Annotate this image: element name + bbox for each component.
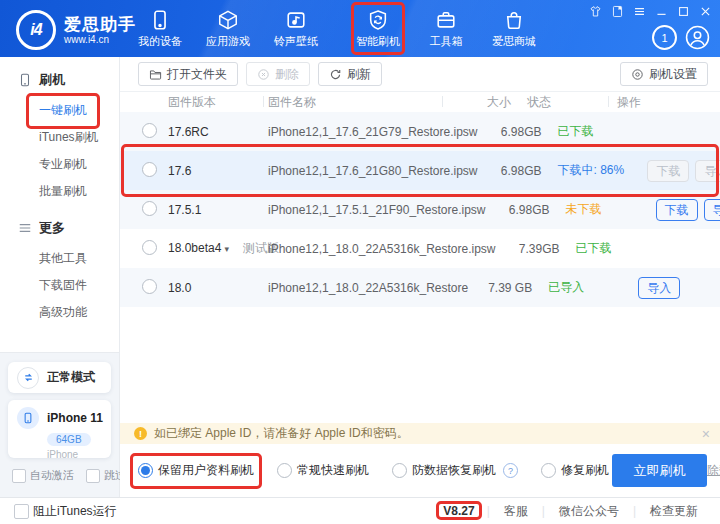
close-icon[interactable]: × bbox=[702, 426, 710, 442]
cube-icon bbox=[217, 9, 239, 31]
导入-button[interactable]: 导入 bbox=[695, 160, 720, 182]
radio-icon bbox=[138, 463, 153, 478]
phone-icon bbox=[149, 9, 171, 31]
bag-icon bbox=[503, 9, 525, 31]
firmware-status: 已下载 bbox=[541, 123, 643, 140]
minimize-icon[interactable] bbox=[655, 5, 668, 18]
maximize-icon[interactable] bbox=[677, 5, 690, 18]
nav-item-music[interactable]: 铃声壁纸 bbox=[272, 0, 320, 57]
checkbox-icon bbox=[14, 504, 29, 519]
firmware-version: 17.5.1 bbox=[168, 203, 268, 217]
sidebar-item-下载固件[interactable]: 下载固件 bbox=[39, 272, 87, 299]
table-row: 18.0iPhone12,1_18.0_22A5316k_Restore7.39… bbox=[120, 268, 720, 307]
music-icon bbox=[285, 9, 307, 31]
flash-option-常规快速刷机[interactable]: 常规快速刷机 bbox=[277, 462, 369, 479]
flash-option-label: 防数据恢复刷机 bbox=[412, 462, 496, 479]
sidebar-group-title: 更多 bbox=[39, 219, 65, 237]
nav-item-phone[interactable]: 我的设备 bbox=[136, 0, 184, 57]
firmware-radio[interactable] bbox=[142, 279, 157, 294]
下载-button[interactable]: 下载 bbox=[647, 160, 689, 182]
block-itunes-checkbox[interactable]: 阻止iTunes运行 bbox=[14, 503, 117, 520]
table-row: 17.6RCiPhone12,1_17.6_21G79_Restore.ipsw… bbox=[120, 112, 720, 151]
row-actions: 下载导入 bbox=[652, 199, 720, 221]
row-radio-cell bbox=[142, 201, 168, 219]
shield-icon bbox=[367, 9, 389, 31]
导入-button[interactable]: 导入 bbox=[638, 277, 680, 299]
firmware-size: 6.98GB bbox=[486, 203, 550, 217]
nav-item-cube[interactable]: 应用游戏 bbox=[204, 0, 252, 57]
delete-button[interactable]: 删除 bbox=[246, 62, 310, 86]
firmware-name: iPhone12,1_17.6_21G79_Restore.ipsw bbox=[268, 125, 477, 139]
mode-card[interactable]: 正常模式 bbox=[8, 362, 111, 393]
open-folder-button[interactable]: 打开文件夹 bbox=[138, 62, 238, 86]
flash-option-label: 修复刷机 bbox=[561, 462, 609, 479]
folder-icon bbox=[149, 68, 162, 81]
firmware-radio[interactable] bbox=[142, 240, 157, 255]
sidebar-item-iTunes刷机[interactable]: iTunes刷机 bbox=[39, 124, 99, 151]
firmware-toolbar: 打开文件夹 删除 刷新 刷机设置 bbox=[120, 57, 720, 92]
notice-text: 如已绑定 Apple ID，请准备好 Apple ID和密码。 bbox=[154, 425, 409, 442]
footer-link-检查更新[interactable]: 检查更新 bbox=[650, 503, 698, 520]
primary-nav: 我的设备应用游戏铃声壁纸智能刷机工具箱爱思商城 bbox=[136, 0, 558, 57]
下载-button[interactable]: 下载 bbox=[656, 199, 698, 221]
device-card: iPhone 11 64GB iPhone bbox=[8, 400, 111, 458]
row-actions: 导入 bbox=[634, 277, 720, 299]
sidebar-item-高级功能[interactable]: 高级功能 bbox=[39, 299, 87, 326]
sidebar-item-批量刷机[interactable]: 批量刷机 bbox=[39, 178, 87, 205]
settings-icon bbox=[631, 68, 644, 81]
firmware-size: 6.98GB bbox=[477, 164, 541, 178]
flash-option-防数据恢复刷机[interactable]: 防数据恢复刷机? bbox=[392, 462, 518, 479]
firmware-status: 下载中: 86% bbox=[541, 162, 643, 179]
menu-icon[interactable] bbox=[633, 5, 646, 18]
firmware-version-text: 17.5.1 bbox=[168, 203, 201, 217]
flash-option-保留用户资料刷机[interactable]: 保留用户资料刷机 bbox=[138, 462, 254, 479]
close-icon[interactable] bbox=[699, 5, 712, 18]
user-avatar-icon[interactable] bbox=[685, 25, 710, 50]
sidebar-item-专业刷机[interactable]: 专业刷机 bbox=[39, 151, 87, 178]
iphone-icon bbox=[17, 407, 39, 429]
warning-icon: ! bbox=[134, 427, 147, 440]
firmware-table: 17.6RCiPhone12,1_17.6_21G79_Restore.ipsw… bbox=[120, 112, 720, 307]
column-header-固件名称: 固件名称 bbox=[268, 94, 447, 111]
toolbox-icon bbox=[435, 9, 457, 31]
nav-item-toolbox[interactable]: 工具箱 bbox=[422, 0, 470, 57]
nav-item-shield[interactable]: 智能刷机 bbox=[354, 0, 402, 57]
table-row: 18.0beta4▾测试版iPhone12,1_18.0_22A5316k_Re… bbox=[120, 229, 720, 268]
nav-item-label: 工具箱 bbox=[430, 34, 463, 49]
sidebar-item-一键刷机[interactable]: 一键刷机 bbox=[39, 97, 87, 124]
nav-item-label: 应用游戏 bbox=[206, 34, 250, 49]
skin-icon[interactable] bbox=[589, 5, 602, 18]
footer-link-客服[interactable]: 客服 bbox=[504, 503, 528, 520]
status-bar-links: V8.27|客服|微信公众号|检查更新 bbox=[433, 503, 720, 520]
flash-now-button[interactable]: 立即刷机 bbox=[612, 454, 707, 487]
firmware-name: iPhone12,1_18.0_22A5316k_Restore.ipsw bbox=[268, 242, 496, 256]
firmware-status: 已导入 bbox=[532, 279, 634, 296]
radio-icon bbox=[392, 463, 407, 478]
user-area: 1 bbox=[652, 25, 710, 50]
notification-badge[interactable]: 1 bbox=[652, 25, 677, 50]
nav-item-label: 铃声壁纸 bbox=[274, 34, 318, 49]
firmware-version: 17.6 bbox=[168, 164, 268, 178]
refresh-button[interactable]: 刷新 bbox=[318, 62, 382, 86]
help-icon[interactable]: ? bbox=[503, 463, 518, 478]
auto-activate-checkbox[interactable]: 自动激活 bbox=[12, 468, 74, 483]
menu-lines-icon bbox=[18, 221, 32, 235]
row-radio-cell bbox=[142, 162, 168, 180]
footer-link-微信公众号[interactable]: 微信公众号 bbox=[559, 503, 619, 520]
row-radio-cell bbox=[142, 123, 168, 141]
sidebar-group-更多: 更多 bbox=[18, 219, 119, 237]
firmware-radio[interactable] bbox=[142, 201, 157, 216]
nav-item-bag[interactable]: 爱思商城 bbox=[490, 0, 538, 57]
firmware-radio[interactable] bbox=[142, 123, 157, 138]
separator: | bbox=[633, 504, 636, 518]
column-header-大小: 大小 bbox=[447, 94, 511, 111]
firmware-version-text: 17.6 bbox=[168, 164, 191, 178]
导入-button[interactable]: 导入 bbox=[704, 199, 720, 221]
sidebar-group-title: 刷机 bbox=[39, 71, 65, 89]
chevron-down-icon[interactable]: ▾ bbox=[224, 244, 229, 254]
sidebar-item-其他工具[interactable]: 其他工具 bbox=[39, 245, 87, 272]
flash-settings-button[interactable]: 刷机设置 bbox=[620, 62, 708, 86]
firmware-radio[interactable] bbox=[142, 162, 157, 177]
separator: | bbox=[487, 504, 490, 518]
feedback-icon[interactable] bbox=[611, 5, 624, 18]
